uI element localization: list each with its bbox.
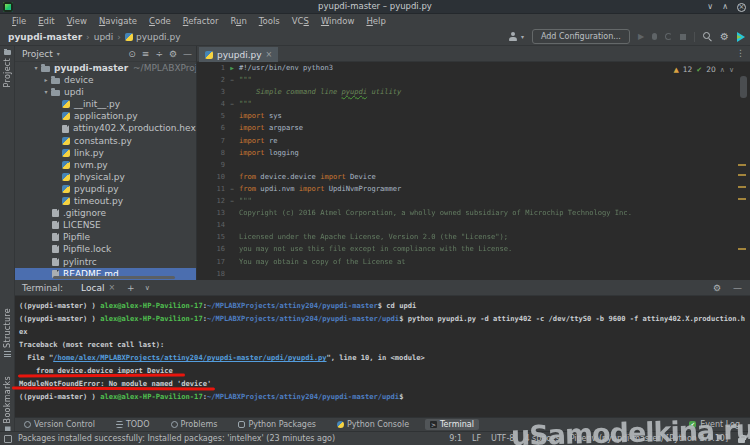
- expand-all-icon[interactable]: ≡: [142, 49, 150, 59]
- traceback-file-link[interactable]: /home/alex/MPLABXProjects/attiny204/pyup…: [53, 353, 326, 362]
- breadcrumb-item-pyupdi.py[interactable]: pyupdi.py: [125, 32, 181, 42]
- tree-item-__init__.py[interactable]: __init__.py: [15, 98, 196, 110]
- tree-item-device[interactable]: ▸device: [15, 74, 196, 86]
- tree-item-timeout.py[interactable]: timeout.py: [15, 195, 196, 207]
- toolwindow-tab-todo[interactable]: TODO: [111, 419, 155, 430]
- debug-icon[interactable]: [652, 33, 657, 40]
- inspections-widget[interactable]: ▲ 12 ✔ 20 ∧ ∨: [673, 65, 734, 74]
- editor-scrollbar[interactable]: [740, 76, 747, 98]
- toolwindow-switcher-icon[interactable]: [4, 435, 12, 443]
- toolwindow-tab-version-control[interactable]: Version Control: [19, 419, 100, 430]
- warning-stripe-mark[interactable]: [738, 164, 746, 166]
- menu-item-help[interactable]: Help: [360, 16, 391, 26]
- menu-item-file[interactable]: File: [6, 16, 32, 26]
- code-line-2[interactable]: 2−""": [197, 74, 750, 86]
- warning-stripe-mark[interactable]: [738, 198, 746, 200]
- line-ending[interactable]: LF: [472, 434, 481, 443]
- breadcrumb-item-pyupdi-master[interactable]: pyupdi-master: [8, 32, 82, 42]
- code-line-17[interactable]: 17You may obtain a copy of the License a…: [197, 256, 750, 268]
- indent-style[interactable]: 4 spaces: [524, 434, 559, 443]
- hide-terminal-icon[interactable]: —: [733, 283, 742, 293]
- close-button[interactable]: ×: [737, 3, 746, 12]
- code-line-3[interactable]: 3 Simple command line pyupdi utility: [197, 86, 750, 98]
- editor-tab-pyupdi[interactable]: pyupdi.py ×: [199, 47, 278, 62]
- code-line-16[interactable]: 16you may not use this file except in co…: [197, 243, 750, 255]
- project-panel-title[interactable]: Project: [22, 49, 53, 59]
- fold-marker-icon[interactable]: −: [225, 195, 239, 207]
- menu-item-window[interactable]: Window: [315, 16, 361, 26]
- code-line-7[interactable]: 7import re: [197, 135, 750, 147]
- run-icon[interactable]: ▶: [638, 32, 644, 41]
- fold-marker-icon[interactable]: −: [225, 74, 239, 86]
- tree-item-link.py[interactable]: link.py: [15, 147, 196, 159]
- code-line-5[interactable]: 5import sys: [197, 110, 750, 122]
- maximize-button[interactable]: ∧: [722, 2, 728, 12]
- horizontal-scrollbar[interactable]: [53, 276, 175, 279]
- close-terminal-tab-icon[interactable]: ×: [108, 283, 115, 292]
- coverage-icon[interactable]: [665, 33, 672, 40]
- code-line-1[interactable]: 1▶#!/usr/bin/env python3: [197, 62, 750, 74]
- toolwindow-tab-python-packages[interactable]: Python Packages: [233, 419, 321, 430]
- warning-stripe-mark[interactable]: [738, 248, 746, 250]
- toolwindow-tab-project[interactable]: Project: [0, 50, 15, 87]
- python-interpreter[interactable]: Pipenv (pyupdi-master) [Python 3.9.10]: [570, 434, 728, 443]
- menu-item-view[interactable]: View: [61, 16, 93, 26]
- toolwindow-tab-problems[interactable]: Problems: [166, 419, 223, 430]
- tree-item-Pipfile.lock[interactable]: Pipfile.lock: [15, 243, 196, 255]
- collapse-all-icon[interactable]: ÷: [155, 49, 163, 59]
- warning-stripe-mark[interactable]: [738, 174, 746, 176]
- write-lock-icon[interactable]: [738, 435, 745, 443]
- terminal-console[interactable]: ((pyupdi-master) ) alex@alex-HP-Pavilion…: [15, 296, 750, 417]
- prev-issue-icon[interactable]: ∧: [720, 66, 725, 74]
- code-line-11[interactable]: 11−from updi.nvm import UpdiNvmProgramme…: [197, 183, 750, 195]
- new-terminal-icon[interactable]: +: [127, 283, 135, 293]
- event-log-tab[interactable]: ✔ Event Log: [689, 420, 740, 429]
- minimize-button[interactable]: ∨: [707, 2, 713, 12]
- select-opened-file-icon[interactable]: ⊙: [128, 49, 136, 59]
- terminal-tab-local[interactable]: Local ×: [81, 283, 115, 293]
- menu-item-navigate[interactable]: Navigate: [93, 16, 143, 26]
- file-encoding[interactable]: UTF-8: [491, 434, 514, 443]
- search-everywhere-icon[interactable]: [703, 32, 712, 41]
- add-configuration-button[interactable]: Add Configuration...: [532, 29, 630, 44]
- code-line-14[interactable]: 14: [197, 219, 750, 231]
- tree-item-attiny402.X.production.hex[interactable]: attiny402.X.production.hex: [15, 122, 196, 134]
- caret-position[interactable]: 9:1: [449, 434, 462, 443]
- tree-item-pyupdi-master[interactable]: ▾pyupdi-master~/MPLABXProjects/attiny204…: [15, 62, 196, 74]
- code-line-10[interactable]: 10from device.device import Device: [197, 171, 750, 183]
- fold-marker-icon[interactable]: −: [225, 183, 239, 195]
- code-line-6[interactable]: 6import argparse: [197, 122, 750, 134]
- chevron-down-icon[interactable]: ▾: [521, 33, 524, 40]
- code-line-9[interactable]: 9: [197, 159, 750, 171]
- toolwindow-tab-structure[interactable]: Structure: [0, 308, 15, 357]
- chevron-down-icon[interactable]: ▾: [31, 62, 41, 74]
- chevron-right-icon[interactable]: ▸: [41, 74, 51, 86]
- tree-item-Pipfile[interactable]: Pipfile: [15, 231, 196, 243]
- menu-item-run[interactable]: Run: [224, 16, 252, 26]
- code-line-4[interactable]: 4−""": [197, 98, 750, 110]
- code-line-18[interactable]: 18: [197, 268, 750, 280]
- tree-item-LICENSE[interactable]: LICENSE: [15, 219, 196, 231]
- code-line-12[interactable]: 12−""": [197, 195, 750, 207]
- terminal-settings-gear-icon[interactable]: ⚙: [713, 283, 721, 293]
- warning-stripe-mark[interactable]: [738, 186, 746, 188]
- toolwindow-tab-bookmarks[interactable]: Bookmarks: [0, 376, 15, 434]
- menu-item-refactor[interactable]: Refactor: [177, 16, 225, 26]
- code-line-13[interactable]: 13Copyright (c) 2016 Atmel Corporation, …: [197, 207, 750, 219]
- run-icon[interactable]: ▶: [230, 64, 234, 71]
- next-issue-icon[interactable]: ∨: [729, 66, 734, 74]
- tree-item-physical.py[interactable]: physical.py: [15, 171, 196, 183]
- app-gradient-icon[interactable]: [737, 32, 745, 42]
- tree-item-constants.py[interactable]: constants.py: [15, 135, 196, 147]
- menu-item-vcs[interactable]: VCS: [286, 16, 315, 26]
- run-line-icon[interactable]: ▶: [225, 62, 239, 74]
- menu-item-tools[interactable]: Tools: [253, 16, 286, 26]
- close-tab-icon[interactable]: ×: [266, 50, 273, 59]
- panel-settings-gear-icon[interactable]: ⚙: [169, 49, 177, 59]
- terminal-dropdown-icon[interactable]: ∨: [145, 284, 150, 292]
- chevron-down-icon[interactable]: ▾: [57, 50, 60, 57]
- tree-item-application.py[interactable]: application.py: [15, 110, 196, 122]
- menu-item-code[interactable]: Code: [143, 16, 177, 26]
- tree-item-pyupdi.py[interactable]: pyupdi.py: [15, 183, 196, 195]
- toolwindow-tab-terminal[interactable]: >Terminal: [425, 419, 479, 430]
